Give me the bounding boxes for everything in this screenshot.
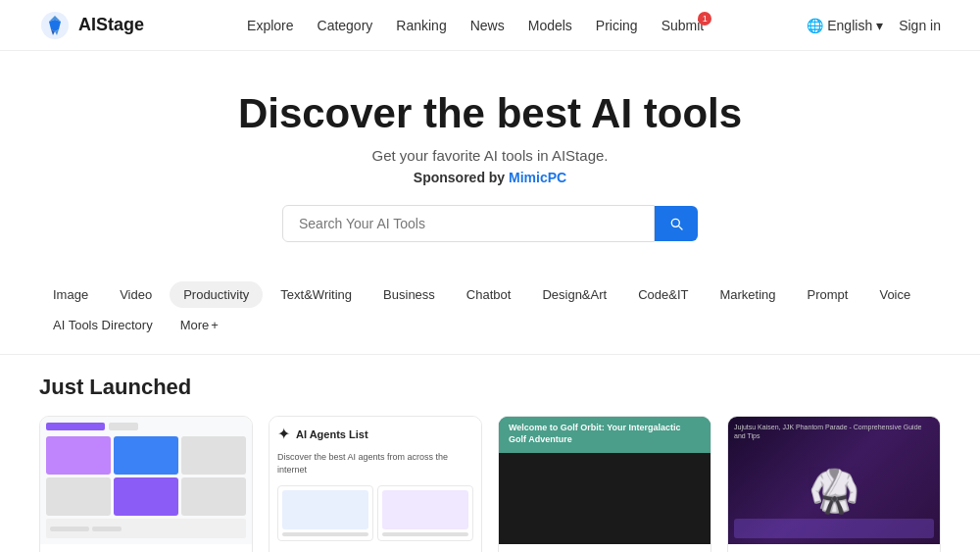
search-input[interactable] [282, 205, 655, 242]
card-body-4: Jujutsu Kaisen Phantom... ↗ Play Jujutsu… [728, 544, 940, 552]
search-button[interactable] [655, 206, 698, 241]
sponsor-link[interactable]: MimicPC [509, 170, 566, 185]
globe-icon: 🌐 [807, 18, 823, 33]
just-launched-section: Just Launched [0, 355, 980, 552]
chevron-down-icon: ▾ [876, 18, 883, 33]
plus-icon: + [211, 318, 219, 332]
card-thumb-2: ✦ AI Agents List Discover the best AI ag… [270, 417, 481, 544]
submit-badge: 1 [698, 12, 711, 25]
hero-section: Discover the best AI tools Get your favo… [0, 51, 980, 266]
nav-ranking[interactable]: Ranking [396, 18, 446, 33]
hero-sponsored: Sponsored by MimicPC [20, 170, 960, 185]
category-tabs: Image Video Productivity Text&Writing Bu… [0, 266, 980, 355]
header-right: 🌐 English ▾ Sign in [807, 18, 941, 33]
hero-subtitle: Get your favorite AI tools in AIStage. [20, 147, 960, 164]
cards-grid-row1: NewAIForYou ↗ NewAIForYou is a daily-upd… [39, 416, 941, 552]
nav-models[interactable]: Models [528, 18, 572, 33]
signin-button[interactable]: Sign in [899, 18, 941, 33]
nav-news[interactable]: News [470, 18, 505, 33]
nav-submit[interactable]: Submit 1 [662, 18, 705, 33]
search-icon [668, 216, 684, 231]
card-golf-orbit[interactable]: Welcome to Golf Orbit: Your Intergalacti… [498, 416, 711, 552]
logo[interactable]: AIStage [39, 10, 144, 41]
more-label: More [180, 318, 210, 332]
card-body-3: Golf Orbit ↗ Play Golf Orbit, a unique g… [499, 544, 710, 552]
hero-title: Discover the best AI tools [20, 90, 960, 137]
card-body-1: NewAIForYou ↗ NewAIForYou is a daily-upd… [40, 544, 252, 552]
cat-image[interactable]: Image [39, 281, 102, 308]
card-body-2: AI Agents List ↗ 1.61K Discover and comp… [270, 544, 481, 552]
cat-chatbot[interactable]: Chatbot [453, 281, 525, 308]
header: AIStage Explore Category Ranking News Mo… [0, 0, 980, 51]
card-ai-agents-list[interactable]: ✦ AI Agents List Discover the best AI ag… [269, 416, 482, 552]
nav-explore[interactable]: Explore [247, 18, 293, 33]
card-newaiforyou[interactable]: NewAIForYou ↗ NewAIForYou is a daily-upd… [39, 416, 253, 552]
nav-category[interactable]: Category [318, 18, 373, 33]
card-jujutsu[interactable]: Jujutsu Kaisen, JJK Phantom Parade - Com… [727, 416, 941, 552]
main-nav: Explore Category Ranking News Models Pri… [247, 18, 704, 33]
section-title: Just Launched [39, 375, 941, 400]
card-thumb-1 [40, 417, 252, 544]
card-thumb-4: Jujutsu Kaisen, JJK Phantom Parade - Com… [728, 417, 940, 544]
nav-pricing[interactable]: Pricing [596, 18, 638, 33]
language-label: English [827, 18, 872, 33]
cat-business[interactable]: Business [369, 281, 449, 308]
cat-video[interactable]: Video [106, 281, 166, 308]
search-bar [20, 205, 960, 242]
cat-marketing[interactable]: Marketing [706, 281, 789, 308]
card-thumb-3: Welcome to Golf Orbit: Your Intergalacti… [499, 417, 710, 544]
cat-prompt[interactable]: Prompt [794, 281, 862, 308]
more-button[interactable]: More + [171, 312, 228, 338]
cat-productivity[interactable]: Productivity [170, 281, 263, 308]
cat-codeit[interactable]: Code&IT [624, 281, 702, 308]
cat-ai-tools-directory[interactable]: AI Tools Directory [39, 312, 167, 338]
logo-text: AIStage [78, 15, 144, 35]
cat-voice[interactable]: Voice [865, 281, 924, 308]
cat-textwriting[interactable]: Text&Writing [267, 281, 366, 308]
cat-designart[interactable]: Design&Art [528, 281, 620, 308]
language-selector[interactable]: 🌐 English ▾ [807, 18, 883, 33]
logo-icon [39, 10, 71, 41]
